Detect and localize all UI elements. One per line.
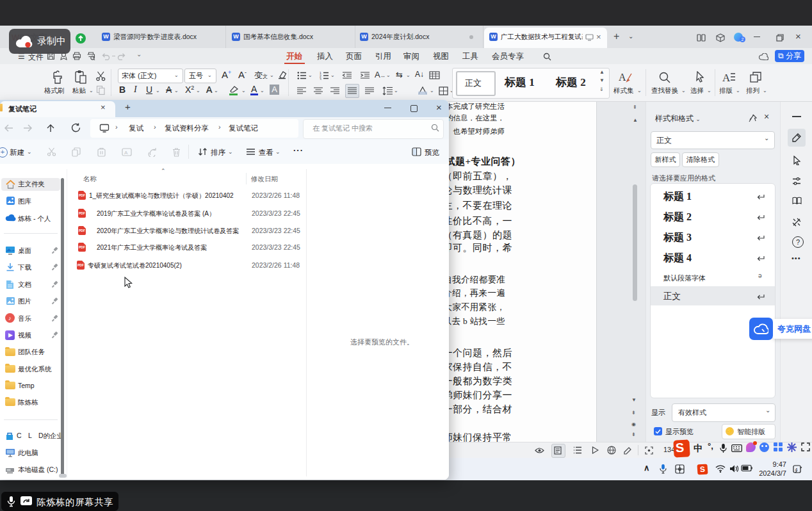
svg-text:4: 4 [795,467,798,472]
svg-text:A: A [722,72,731,84]
svg-text:A: A [124,150,128,156]
svg-text:3: 3 [320,77,321,81]
svg-text:A: A [619,72,626,83]
